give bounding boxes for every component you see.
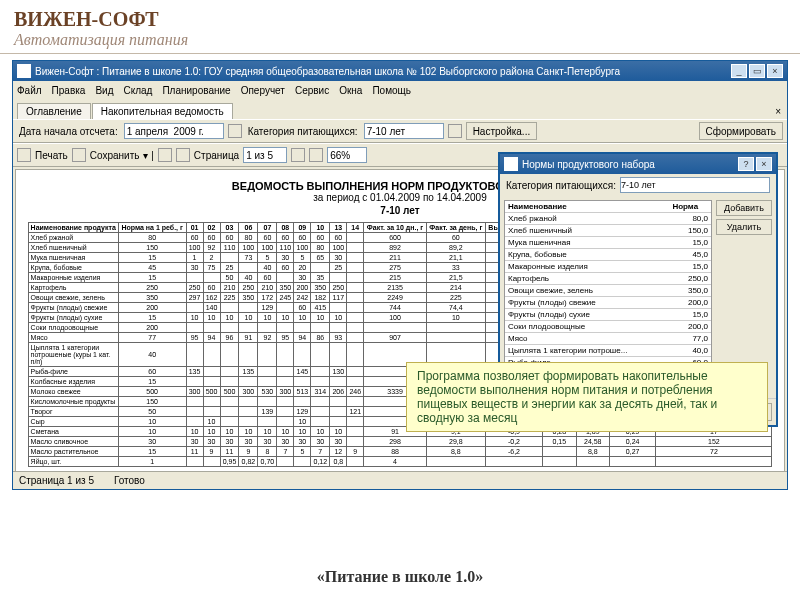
col-header: 10 <box>311 223 330 233</box>
col-header: 09 <box>294 223 311 233</box>
norm-row[interactable]: Хлеб пшеничный150,0 <box>505 225 711 237</box>
menu-Окна[interactable]: Окна <box>339 85 362 96</box>
page-input[interactable] <box>243 147 287 163</box>
norm-row[interactable]: Крупа, бобовые45,0 <box>505 249 711 261</box>
last-page-icon[interactable] <box>309 148 323 162</box>
print-icon[interactable] <box>17 148 31 162</box>
menu-Помощь[interactable]: Помощь <box>372 85 411 96</box>
col-header: 06 <box>239 223 258 233</box>
dialog-cat-label: Категория питающихся: <box>506 180 616 191</box>
col-header: Наименование продукта <box>28 223 118 233</box>
page-label: Страница <box>194 150 239 161</box>
dialog-icon <box>504 157 518 171</box>
table-row: Масло растительное151191198757129888,8-6… <box>28 447 772 457</box>
norm-row[interactable]: Фрукты (плоды) свежие200,0 <box>505 297 711 309</box>
app-icon <box>17 64 31 78</box>
window-titlebar: Вижен-Софт : Питание в школе 1.0: ГОУ ср… <box>13 61 787 81</box>
brand-subtitle: Автоматизация питания <box>14 31 786 49</box>
category-label: Категория питающихся: <box>248 126 358 137</box>
tab-report[interactable]: Накопительная ведомость <box>92 103 233 119</box>
maximize-icon[interactable]: ▭ <box>749 64 765 78</box>
menu-Оперучет[interactable]: Оперучет <box>241 85 285 96</box>
settings-button[interactable]: Настройка... <box>466 122 538 140</box>
norm-row[interactable]: Макаронные изделия15,0 <box>505 261 711 273</box>
toolbar-filters: Дата начала отсчета: Категория питающихс… <box>13 119 787 143</box>
menu-Файл[interactable]: Файл <box>17 85 42 96</box>
col-header: Норма на 1 реб., г <box>118 223 186 233</box>
status-bar: Страница 1 из 5 Готово <box>13 471 787 489</box>
minimize-icon[interactable]: _ <box>731 64 747 78</box>
date-input[interactable] <box>124 123 224 139</box>
col-header: 07 <box>258 223 277 233</box>
window-title: Вижен-Софт : Питание в школе 1.0: ГОУ ср… <box>35 66 620 77</box>
menu-Сервис[interactable]: Сервис <box>295 85 329 96</box>
dialog-cat-select[interactable] <box>620 177 770 193</box>
tab-main[interactable]: Оглавление <box>17 103 91 119</box>
category-select[interactable] <box>364 123 444 139</box>
col-header: 13 <box>330 223 347 233</box>
status-ready: Готово <box>114 475 145 486</box>
print-label[interactable]: Печать <box>35 150 68 161</box>
norm-row[interactable]: Фрукты (плоды) сухие15,0 <box>505 309 711 321</box>
delete-button[interactable]: Удалить <box>716 219 772 235</box>
close-icon[interactable]: × <box>767 64 783 78</box>
col-header: 03 <box>220 223 239 233</box>
norm-row[interactable]: Картофель250,0 <box>505 273 711 285</box>
calendar-icon[interactable] <box>228 124 242 138</box>
norm-row[interactable]: Мука пшеничная15,0 <box>505 237 711 249</box>
col-header: 02 <box>203 223 220 233</box>
table-row: Яйцо, шт.10,950,820,700,120,84 <box>28 457 772 467</box>
dialog-title: Нормы продуктового набора <box>522 159 655 170</box>
form-button[interactable]: Сформировать <box>699 122 784 140</box>
col-header: 01 <box>186 223 203 233</box>
dialog-help-icon[interactable]: ? <box>738 157 754 171</box>
table-row: Масло сливочное3030303030303030303029829… <box>28 437 772 447</box>
brand-title: ВИЖЕН-СОФТ <box>14 8 786 31</box>
divider <box>0 53 800 54</box>
dialog-close-icon[interactable]: × <box>756 157 772 171</box>
norm-row[interactable]: Цыплята 1 категории потроше...40,0 <box>505 345 711 357</box>
info-note: Программа позволяет формировать накопите… <box>406 362 768 432</box>
zoom-input[interactable] <box>327 147 367 163</box>
add-button[interactable]: Добавить <box>716 200 772 216</box>
menu-Правка[interactable]: Правка <box>52 85 86 96</box>
col-header: Факт. за день, г <box>426 223 485 233</box>
norm-col-value: Норма <box>669 201 711 213</box>
first-page-icon[interactable] <box>158 148 172 162</box>
dropdown-icon[interactable] <box>448 124 462 138</box>
date-label: Дата начала отсчета: <box>19 126 118 137</box>
menu-Склад[interactable]: Склад <box>123 85 152 96</box>
norm-col-name: Наименование <box>505 201 669 213</box>
tabs: Оглавление Накопительная ведомость × <box>13 99 787 119</box>
menu-Планирование[interactable]: Планирование <box>162 85 230 96</box>
norm-row[interactable]: Соки плодоовощные200,0 <box>505 321 711 333</box>
col-header: 08 <box>277 223 294 233</box>
page-footer: «Питание в школе 1.0» <box>0 568 800 586</box>
col-header: Факт. за 10 дн., г <box>364 223 427 233</box>
norm-row[interactable]: Мясо77,0 <box>505 333 711 345</box>
menu-Вид[interactable]: Вид <box>95 85 113 96</box>
col-header: 14 <box>347 223 364 233</box>
menu-bar: ФайлПравкаВидСкладПланированиеОперучетСе… <box>13 81 787 99</box>
save-label[interactable]: Сохранить <box>90 150 140 161</box>
save-icon[interactable] <box>72 148 86 162</box>
prev-page-icon[interactable] <box>176 148 190 162</box>
next-page-icon[interactable] <box>291 148 305 162</box>
status-page: Страница 1 из 5 <box>19 475 94 486</box>
norm-row[interactable]: Овощи свежие, зелень350,0 <box>505 285 711 297</box>
tab-close-icon[interactable]: × <box>769 104 787 119</box>
norm-row[interactable]: Хлеб ржаной80,0 <box>505 213 711 225</box>
